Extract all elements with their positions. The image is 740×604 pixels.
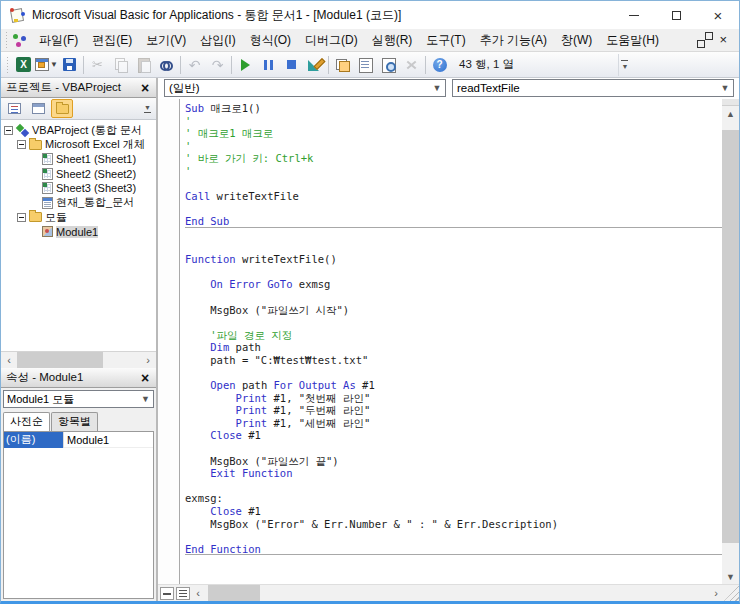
mdi-close-button[interactable]: × bbox=[719, 33, 727, 47]
code-line[interactable] bbox=[185, 203, 722, 216]
procedure-combobox[interactable]: readTextFile ▼ bbox=[452, 79, 734, 97]
property-name[interactable]: (이름) bbox=[4, 431, 64, 448]
tree-item[interactable]: 모듈 bbox=[1, 210, 156, 225]
code-hscroll-thumb[interactable] bbox=[208, 585, 260, 601]
full-module-view-button[interactable] bbox=[176, 587, 190, 600]
code-line[interactable] bbox=[185, 291, 722, 304]
toolbar-grip[interactable] bbox=[5, 57, 10, 73]
save-icon[interactable] bbox=[58, 54, 81, 76]
code-line[interactable]: MsgBox ("파일쓰기 끝") bbox=[185, 455, 722, 468]
tree-item[interactable]: Sheet3 (Sheet3) bbox=[1, 181, 156, 196]
menu-tools[interactable]: 도구(T) bbox=[419, 29, 472, 52]
dropdown-arrow-icon[interactable]: ▼ bbox=[50, 60, 58, 69]
code-line[interactable] bbox=[185, 530, 722, 543]
find-icon[interactable] bbox=[155, 54, 178, 76]
menu-edit[interactable]: 편집(E) bbox=[85, 29, 139, 52]
object-browser-icon[interactable] bbox=[377, 54, 400, 76]
tree-item[interactable]: Sheet2 (Sheet2) bbox=[1, 167, 156, 182]
menu-window[interactable]: 창(W) bbox=[554, 29, 599, 52]
property-row[interactable]: (이름)Module1 bbox=[4, 432, 153, 448]
properties-close-button[interactable]: × bbox=[137, 370, 153, 386]
properties-object-select[interactable]: Module1 모듈 ▼ bbox=[3, 390, 154, 408]
code-line[interactable]: Dim path bbox=[185, 341, 722, 354]
code-line[interactable]: On Error GoTo exmsg bbox=[185, 278, 722, 291]
menu-format[interactable]: 형식(O) bbox=[243, 29, 298, 52]
code-line[interactable]: Function writeTextFile() bbox=[185, 253, 722, 266]
scroll-right-icon[interactable]: › bbox=[140, 352, 156, 368]
toolbox-icon[interactable] bbox=[400, 54, 423, 76]
code-line[interactable] bbox=[185, 568, 722, 581]
project-explorer-icon[interactable] bbox=[331, 54, 354, 76]
project-panel-header[interactable]: 프로젝트 - VBAProject × bbox=[1, 78, 156, 98]
scroll-left-icon[interactable]: ‹ bbox=[190, 585, 206, 601]
code-line[interactable]: Call writeTextFile bbox=[185, 190, 722, 203]
code-line[interactable] bbox=[185, 241, 722, 254]
view-object-button[interactable] bbox=[27, 99, 49, 118]
scroll-down-icon[interactable]: ▼ bbox=[722, 569, 739, 584]
code-line[interactable] bbox=[185, 228, 722, 241]
scroll-up-icon[interactable]: ▲ bbox=[722, 106, 739, 121]
menu-insert[interactable]: 삽입(I) bbox=[193, 29, 242, 52]
minimize-button[interactable] bbox=[613, 1, 655, 29]
code-line[interactable] bbox=[185, 366, 722, 379]
code-line[interactable]: Close #1 bbox=[185, 429, 722, 442]
code-line[interactable]: Open path For Output As #1 bbox=[185, 379, 722, 392]
code-line[interactable]: ' bbox=[185, 140, 722, 153]
code-line[interactable]: ' 매크로1 매크로 bbox=[185, 127, 722, 140]
tree-item[interactable]: Module1 bbox=[1, 225, 156, 240]
properties-tab[interactable]: 항목별 bbox=[51, 412, 98, 431]
collapse-icon[interactable] bbox=[17, 140, 26, 149]
view-code-button[interactable] bbox=[3, 99, 25, 118]
code-line[interactable]: MsgBox ("파일쓰기 시작") bbox=[185, 304, 722, 317]
cut-icon[interactable] bbox=[86, 54, 109, 76]
menu-view[interactable]: 보기(V) bbox=[139, 29, 193, 52]
code-line[interactable] bbox=[185, 316, 722, 329]
reset-icon[interactable] bbox=[280, 54, 303, 76]
margin-indicator-bar[interactable] bbox=[158, 99, 180, 584]
code-line[interactable] bbox=[185, 178, 722, 191]
break-icon[interactable] bbox=[257, 54, 280, 76]
object-combobox[interactable]: (일반) ▼ bbox=[164, 79, 446, 97]
menu-file[interactable]: 파일(F) bbox=[32, 29, 85, 52]
code-line[interactable]: End Function bbox=[185, 543, 722, 556]
code-line[interactable]: Close #1 bbox=[185, 505, 722, 518]
help-icon[interactable]: ? bbox=[428, 54, 451, 76]
tree-item[interactable]: Microsoft Excel 개체 bbox=[1, 138, 156, 153]
code-line[interactable]: Exit Function bbox=[185, 467, 722, 480]
properties-tab[interactable]: 사전순 bbox=[3, 412, 50, 431]
code-line[interactable] bbox=[185, 555, 722, 568]
code-line[interactable]: Print #1, "첫번째 라인" bbox=[185, 392, 722, 405]
code-line[interactable]: exmsg: bbox=[185, 492, 722, 505]
project-toolbar-overflow-button[interactable]: ▼ bbox=[141, 104, 154, 113]
project-close-button[interactable]: × bbox=[137, 80, 153, 96]
collapse-icon[interactable] bbox=[17, 213, 26, 222]
code-text[interactable]: Sub 매크로1()'' 매크로1 매크로'' 바로 가기 키: Ctrl+k'… bbox=[180, 99, 722, 584]
code-line[interactable]: ' bbox=[185, 165, 722, 178]
properties-panel-header[interactable]: 속성 - Module1 × bbox=[1, 368, 156, 388]
paste-icon[interactable] bbox=[132, 54, 155, 76]
code-line[interactable]: Print #1, "두번째 라인" bbox=[185, 404, 722, 417]
toolbar-overflow-button[interactable]: ▼ bbox=[618, 54, 631, 76]
view-excel-icon[interactable]: X bbox=[12, 54, 35, 76]
menu-help[interactable]: 도움말(H) bbox=[599, 29, 666, 52]
code-line[interactable]: MsgBox ("Error" & Err.Number & " : " & E… bbox=[185, 518, 722, 531]
code-line[interactable]: ' 바로 가기 키: Ctrl+k bbox=[185, 152, 722, 165]
code-line[interactable] bbox=[185, 266, 722, 279]
close-button[interactable]: × bbox=[697, 1, 739, 29]
code-line[interactable]: Sub 매크로1() bbox=[185, 102, 722, 115]
code-vscrollbar[interactable]: ▲ ▼ bbox=[722, 99, 739, 584]
project-tree-hscrollbar[interactable]: ‹ › bbox=[1, 352, 156, 368]
tree-item[interactable]: VBAProject (통합 문서 bbox=[1, 123, 156, 138]
procedure-view-button[interactable] bbox=[160, 587, 174, 600]
code-line[interactable]: path = "C:₩test₩test.txt" bbox=[185, 354, 722, 367]
code-line[interactable] bbox=[185, 442, 722, 455]
resize-grip[interactable] bbox=[724, 585, 739, 601]
collapse-icon[interactable] bbox=[4, 126, 13, 135]
run-sub-icon[interactable] bbox=[234, 54, 257, 76]
code-line[interactable]: End Sub bbox=[185, 215, 722, 228]
menubar-grip[interactable] bbox=[4, 32, 9, 48]
menu-debug[interactable]: 디버그(D) bbox=[298, 29, 365, 52]
properties-window-icon[interactable] bbox=[354, 54, 377, 76]
tree-item[interactable]: Sheet1 (Sheet1) bbox=[1, 152, 156, 167]
tree-item[interactable]: 현재_통합_문서 bbox=[1, 196, 156, 211]
